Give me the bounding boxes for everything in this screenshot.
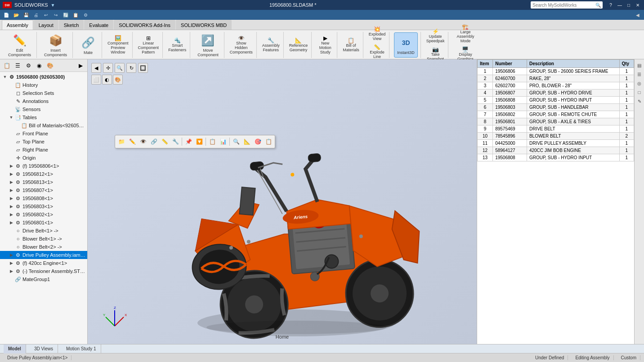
tree-item[interactable]: ▶⚙19506801<1> bbox=[0, 219, 87, 227]
tree-item[interactable]: ▶⚙19506807<1> bbox=[0, 186, 87, 194]
vp-view-orient-btn[interactable]: 🔲 bbox=[138, 63, 148, 73]
tree-item[interactable]: 📋Bill of Materials<92605300> bbox=[0, 121, 87, 130]
ctx-measure-btn[interactable]: 📏 bbox=[160, 137, 170, 147]
vp-hide-show-btn[interactable]: ◐ bbox=[102, 75, 112, 85]
print-btn[interactable]: 🖨 bbox=[31, 11, 40, 19]
viewport[interactable]: ◀ ✢ 🔍 ↻ 🔲 ⬜ ◐ 🎨 📁 ✏️ 👁️ 🔗 📏 🔧 📌 🔽 📋 📊 bbox=[88, 59, 477, 344]
rebuild-btn[interactable]: 🔄 bbox=[61, 11, 70, 19]
tree-item[interactable]: ▶⚙19506813<1> bbox=[0, 178, 87, 186]
move-component-btn[interactable]: ↗️ MoveComponent bbox=[195, 31, 221, 59]
ctx-dropdown-btn[interactable]: 🔽 bbox=[194, 137, 204, 147]
rt-btn2[interactable]: ☰ bbox=[635, 70, 644, 78]
rt-btn1[interactable]: ▤ bbox=[635, 61, 644, 69]
smart-fasteners-btn[interactable]: 🔩 SmartFasteners bbox=[167, 36, 187, 54]
show-hidden-btn[interactable]: 👁️ ShowHiddenComponents bbox=[229, 34, 254, 56]
rt-btn4[interactable]: □ bbox=[635, 88, 644, 96]
table-row[interactable]: 13 19506808 GROUP, SUB - HYDRO INPUT 1 bbox=[478, 154, 634, 161]
tree-item[interactable]: ▶⚙19506808<1> bbox=[0, 194, 87, 202]
bottom-tab-3dviews[interactable]: 3D Views bbox=[30, 344, 58, 353]
bottom-tab-model[interactable]: Model bbox=[4, 344, 26, 353]
ctx-geo-btn[interactable]: 📐 bbox=[242, 137, 252, 147]
tree-item[interactable]: ▼📑Tables bbox=[0, 113, 87, 121]
preview-window-btn[interactable]: 🖼️ ComponentPreviewWindow bbox=[107, 34, 130, 56]
table-row[interactable]: 10 78545896 BLOWER BELT 2 bbox=[478, 133, 634, 140]
tree-expand-btn[interactable]: ▶ bbox=[8, 252, 14, 258]
table-row[interactable]: 5 19506808 GROUP, SUB - HYDRO INPUT 1 bbox=[478, 97, 634, 104]
tab-assembly[interactable]: Assembly bbox=[2, 20, 33, 30]
dim-expert-btn[interactable]: ◉ bbox=[34, 61, 44, 71]
expand-btn[interactable]: ◀ bbox=[633, 11, 642, 19]
tree-expand-btn[interactable]: ▶ bbox=[8, 268, 14, 274]
table-row[interactable]: 1 19506806 GROUP, SUB - 26000 SERIES FRA… bbox=[478, 68, 634, 75]
insert-components-btn[interactable]: 📦 InsertComponents bbox=[41, 31, 70, 59]
help-icon[interactable]: ? bbox=[607, 2, 614, 8]
tree-expand-btn[interactable]: ▶ bbox=[8, 203, 14, 210]
tree-expand-btn[interactable]: ▶ bbox=[8, 171, 14, 177]
tab-addins[interactable]: SOLIDWORKS Add-Ins bbox=[114, 20, 175, 30]
display-manager-btn[interactable]: 🎨 bbox=[45, 61, 55, 71]
redo-btn[interactable]: ↪ bbox=[51, 11, 60, 19]
ctx-view-btn[interactable]: 👁️ bbox=[138, 137, 148, 147]
mate-btn[interactable]: 🔗 Mate bbox=[77, 33, 99, 57]
assembly-features-btn[interactable]: 🔧 AssemblyFeatures bbox=[261, 36, 281, 54]
ctx-tools-btn[interactable]: 🔧 bbox=[170, 137, 180, 147]
menu-arrow[interactable]: ▼ bbox=[51, 3, 55, 8]
property-manager-btn[interactable]: ☰ bbox=[13, 61, 22, 71]
tab-layout[interactable]: Layout bbox=[34, 20, 58, 30]
vp-back-btn[interactable]: ◀ bbox=[91, 63, 101, 73]
tree-item[interactable]: ○Drive Belt<1> -> bbox=[0, 227, 87, 235]
tree-item[interactable]: ▶⚙(-) Tensioner Assembly.STEP<1> bbox=[0, 267, 87, 275]
ctx-clipboard-btn[interactable]: 📋 bbox=[264, 137, 273, 147]
vp-rotate-btn[interactable]: ↻ bbox=[126, 63, 136, 73]
search-input[interactable] bbox=[532, 3, 595, 8]
ctx-edit-btn[interactable]: ✏️ bbox=[127, 137, 137, 147]
open-btn[interactable]: 📂 bbox=[12, 11, 21, 19]
ctx-mate-btn[interactable]: 🔗 bbox=[149, 137, 159, 147]
table-row[interactable]: 3 62602700 PRO, BLOWER - 28" 1 bbox=[478, 82, 634, 89]
update-speedpak-btn[interactable]: ⚡ UpdateSpeedpak bbox=[425, 27, 446, 45]
tree-item[interactable]: 🔗MateGroup1 bbox=[0, 275, 87, 283]
linear-pattern-btn[interactable]: ⊞ LinearComponentPattern bbox=[137, 34, 160, 56]
vp-appearance-btn[interactable]: 🎨 bbox=[113, 75, 123, 85]
vp-display-style-btn[interactable]: ⬜ bbox=[91, 75, 101, 85]
tree-item[interactable]: ▶⚙19506802<1> bbox=[0, 210, 87, 219]
table-row[interactable]: 9 89575469 DRIVE BELT 1 bbox=[478, 125, 634, 133]
ctx-pin-btn[interactable]: 📌 bbox=[183, 137, 193, 147]
tree-item[interactable]: 📡Sensors bbox=[0, 105, 87, 113]
ctx-chart-btn[interactable]: 📊 bbox=[218, 137, 228, 147]
tree-item[interactable]: ▶⚙19506812<1> bbox=[0, 170, 87, 178]
tree-item[interactable]: ▶⚙19506803<1> bbox=[0, 202, 87, 210]
bottom-tab-motion[interactable]: Motion Study 1 bbox=[62, 344, 101, 353]
tree-item[interactable]: ✎Annotations bbox=[0, 97, 87, 105]
close-btn[interactable]: ✕ bbox=[634, 2, 641, 8]
exploded-view-btn[interactable]: 💥 ExplodedView bbox=[368, 25, 387, 42]
table-row[interactable]: 11 04425000 DRIVE PULLEY ASSEMBLY 1 bbox=[478, 140, 634, 147]
instant3d-btn[interactable]: 3D Instant3D bbox=[394, 32, 418, 58]
tree-item[interactable]: ▱Right Plane bbox=[0, 146, 87, 154]
ctx-target-btn[interactable]: 🎯 bbox=[253, 137, 263, 147]
tab-sketch[interactable]: Sketch bbox=[59, 20, 84, 30]
feature-manager-btn[interactable]: 📋 bbox=[2, 61, 12, 71]
maximize-btn[interactable]: □ bbox=[625, 2, 632, 8]
tree-expand-btn[interactable]: ▶ bbox=[8, 211, 14, 218]
tree-expand-btn[interactable]: ▶ bbox=[8, 219, 14, 226]
tree-item[interactable]: ○Blower Belt<2> -> bbox=[0, 243, 87, 251]
options-btn[interactable]: ⚙ bbox=[81, 11, 90, 19]
tree-item[interactable]: 📋History bbox=[0, 81, 87, 89]
tree-item[interactable]: ▶⚙Drive Pulley Assembly.iam<1> bbox=[0, 251, 87, 259]
table-row[interactable]: 7 19506802 GROUP, SUB - REMOTE CHUTE 1 bbox=[478, 111, 634, 118]
new-btn[interactable]: 📄 bbox=[2, 11, 11, 19]
ctx-bom-btn[interactable]: 📋 bbox=[207, 137, 217, 147]
minimize-btn[interactable]: — bbox=[616, 2, 623, 8]
tree-expand-btn[interactable]: ▶ bbox=[8, 260, 14, 266]
tree-item[interactable]: ✛Origin bbox=[0, 154, 87, 162]
tree-expand-btn[interactable]: ▶ bbox=[8, 163, 14, 169]
table-row[interactable]: 6 19506803 GROUP, SUB - HANDLEBAR 1 bbox=[478, 104, 634, 111]
save-btn[interactable]: 💾 bbox=[22, 11, 31, 19]
tree-root[interactable]: ▼ ⚙ 19506800 (92605300) bbox=[0, 73, 87, 81]
new-motion-btn[interactable]: ▶ NewMotionStudy bbox=[316, 34, 334, 56]
rt-btn3[interactable]: ◎ bbox=[635, 79, 644, 87]
vp-pan-btn[interactable]: ✢ bbox=[103, 63, 113, 73]
table-row[interactable]: 2 62460700 RAKE, 28" 1 bbox=[478, 75, 634, 82]
tree-expand-btn[interactable]: ▼ bbox=[8, 114, 14, 121]
